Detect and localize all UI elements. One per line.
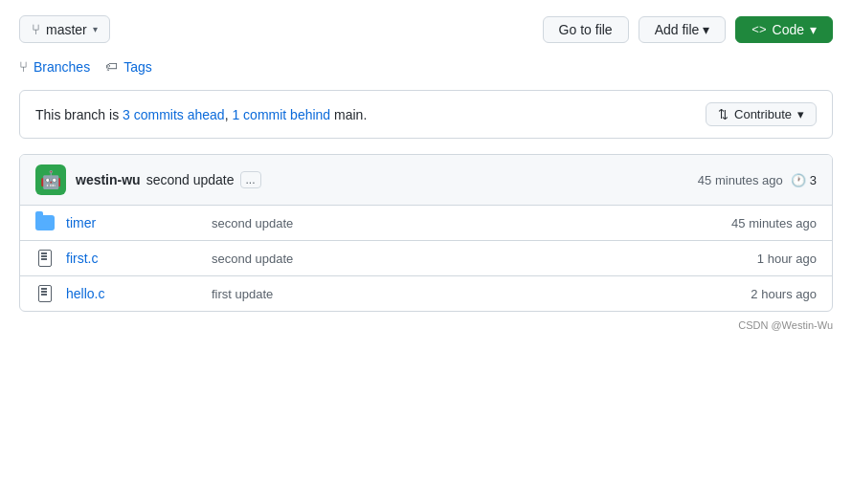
file-doc-icon [35,249,55,268]
folder-icon [35,213,55,232]
commit-header-row: 🤖 westin-wu second update ... 45 minutes… [20,155,832,206]
contribute-icon: ⇅ [718,107,729,121]
commit-author-link[interactable]: westin-wu [76,172,141,187]
commit-ellipsis-button[interactable]: ... [240,171,261,188]
contribute-label: Contribute [734,107,792,121]
commit-author-avatar: 🤖 [35,164,66,195]
branch-info-banner: This branch is 3 commits ahead, 1 commit… [19,90,833,139]
code-label: Code [773,22,804,37]
file-name-link[interactable]: hello.c [66,286,200,301]
tags-link[interactable]: 🏷 Tags [105,59,152,75]
commit-info: westin-wu second update ... [76,171,688,188]
commit-time: 45 minutes ago [698,173,783,187]
branch-info-prefix: This branch is [35,107,119,122]
branch-icon: ⑂ [32,21,40,37]
watermark-text: CSDN @Westin-Wu [738,319,833,331]
commits-ahead-link[interactable]: 3 commits ahead [123,107,225,122]
commits-behind-link[interactable]: 1 commit behind [232,107,330,122]
file-time: 2 hours ago [702,287,817,301]
code-brackets-icon: <> [751,22,766,36]
file-table: 🤖 westin-wu second update ... 45 minutes… [19,154,833,312]
watermark: CSDN @Westin-Wu [19,319,833,331]
branch-info-suffix: main. [334,107,367,122]
contribute-button[interactable]: ⇅ Contribute ▾ [706,102,817,126]
bot-icon: 🤖 [40,171,61,188]
file-name-link[interactable]: first.c [66,251,200,266]
tags-icon: 🏷 [105,59,118,74]
file-row: timer second update 45 minutes ago [20,206,832,241]
branch-label: master [46,22,87,37]
commit-message: second update [146,172,235,187]
file-name-link[interactable]: timer [66,215,200,230]
branches-label: Branches [34,59,90,75]
file-commit-msg[interactable]: first update [212,287,690,301]
add-file-label: Add file [655,22,700,37]
goto-file-button[interactable]: Go to file [543,16,629,43]
file-row: first.c second update 1 hour ago [20,241,832,276]
tags-label: Tags [123,59,152,75]
file-commit-msg[interactable]: second update [212,252,690,266]
branches-link[interactable]: ⑂ Branches [19,58,90,75]
branch-chevron-icon: ▾ [93,24,98,34]
file-commit-msg[interactable]: second update [212,216,690,230]
add-file-button[interactable]: Add file ▾ [639,16,727,43]
branch-info-text: This branch is 3 commits ahead, 1 commit… [35,107,367,122]
branches-icon: ⑂ [19,58,28,75]
history-clock-icon: 🕐 [791,173,806,187]
file-doc-icon [35,284,55,303]
contribute-chevron-icon: ▾ [797,107,804,121]
code-chevron-icon: ▾ [810,22,817,37]
goto-file-label: Go to file [559,22,613,37]
file-time: 1 hour ago [702,252,817,266]
branch-info-separator: , [225,107,229,122]
file-row: hello.c first update 2 hours ago [20,276,832,311]
branch-selector[interactable]: ⑂ master ▾ [19,15,110,43]
add-file-chevron-icon: ▾ [703,22,709,37]
sub-nav: ⑂ Branches 🏷 Tags [19,58,833,75]
toolbar: ⑂ master ▾ Go to file Add file ▾ <> Code… [19,15,833,43]
commit-history-link[interactable]: 🕐 3 [791,173,817,187]
commit-count-value: 3 [810,173,817,187]
file-time: 45 minutes ago [702,216,817,230]
code-button[interactable]: <> Code ▾ [735,16,833,43]
commit-right: 45 minutes ago 🕐 3 [698,173,817,187]
